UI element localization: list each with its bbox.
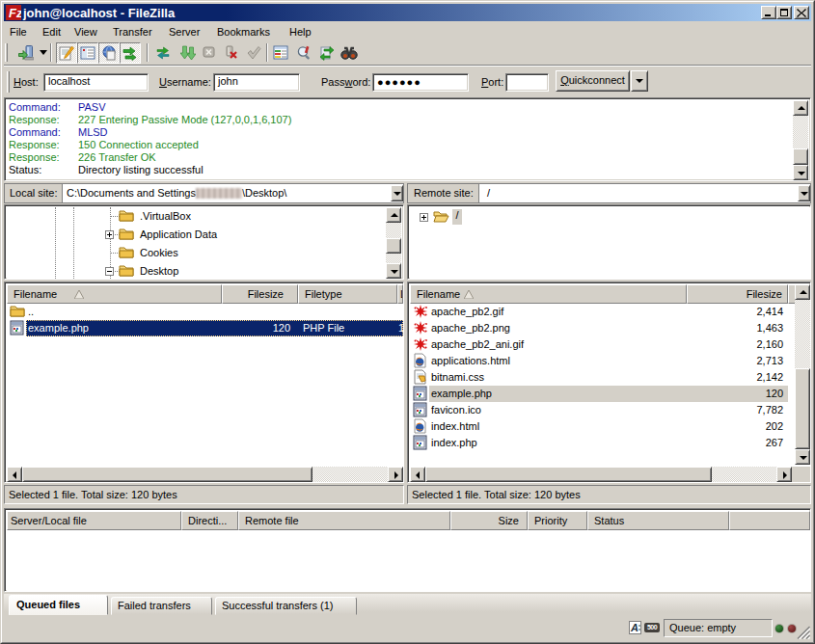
svg-text:Fz: Fz (9, 6, 21, 20)
